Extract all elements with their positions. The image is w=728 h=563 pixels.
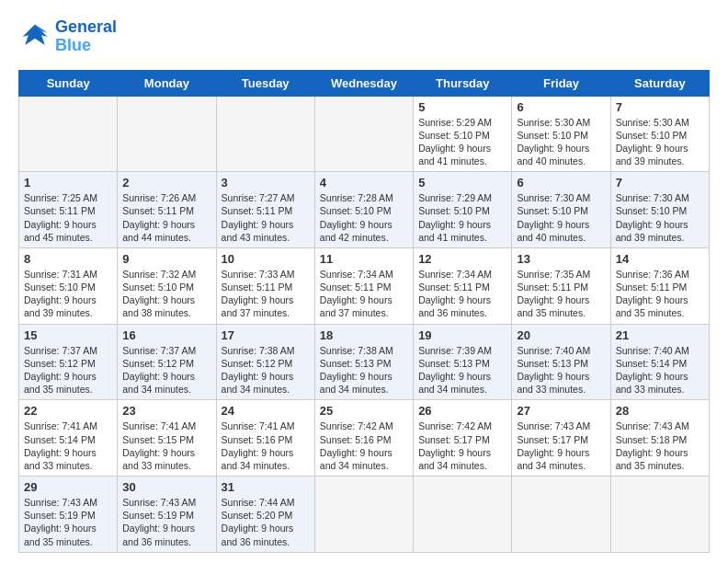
calendar-cell: 20 Sunrise: 7:40 AM Sunset: 5:13 PM Dayl… [512, 324, 610, 400]
day-info: Sunrise: 7:34 AM Sunset: 5:11 PM Dayligh… [320, 268, 408, 320]
day-number: 8 [24, 252, 112, 266]
day-of-week-header: Wednesday [314, 70, 413, 96]
day-number: 15 [24, 328, 112, 342]
calendar-cell [314, 96, 413, 172]
day-info: Sunrise: 7:26 AM Sunset: 5:11 PM Dayligh… [122, 191, 210, 244]
day-of-week-header: Sunday [19, 70, 118, 96]
day-of-week-header: Monday [118, 70, 216, 96]
day-number: 10 [222, 252, 310, 266]
calendar-cell: 21 Sunrise: 7:40 AM Sunset: 5:14 PM Dayl… [610, 324, 709, 400]
calendar-table: SundayMondayTuesdayWednesdayThursdayFrid… [18, 70, 710, 553]
calendar-cell: 17 Sunrise: 7:38 AM Sunset: 5:12 PM Dayl… [216, 324, 314, 400]
day-info: Sunrise: 7:25 AM Sunset: 5:11 PM Dayligh… [24, 191, 112, 244]
day-number: 24 [222, 404, 310, 418]
day-info: Sunrise: 7:35 AM Sunset: 5:11 PM Dayligh… [517, 268, 605, 320]
calendar-cell: 30 Sunrise: 7:43 AM Sunset: 5:19 PM Dayl… [118, 477, 216, 553]
day-number: 7 [616, 100, 704, 114]
calendar-cell: 11 Sunrise: 7:34 AM Sunset: 5:11 PM Dayl… [314, 247, 413, 324]
page-header: General Blue [18, 18, 710, 55]
calendar-cell: 22 Sunrise: 7:41 AM Sunset: 5:14 PM Dayl… [19, 400, 118, 477]
logo: General Blue [18, 18, 117, 55]
calendar-cell: 5 Sunrise: 7:29 AM Sunset: 5:10 PM Dayli… [414, 172, 512, 248]
day-info: Sunrise: 7:43 AM Sunset: 5:18 PM Dayligh… [616, 419, 704, 472]
day-number: 2 [122, 176, 210, 190]
calendar-cell: 2 Sunrise: 7:26 AM Sunset: 5:11 PM Dayli… [118, 172, 216, 248]
day-number: 6 [517, 176, 605, 190]
day-number: 5 [418, 100, 506, 114]
day-number: 1 [24, 176, 112, 190]
day-number: 20 [517, 328, 605, 342]
day-number: 30 [122, 480, 210, 494]
calendar-cell: 7 Sunrise: 5:30 AM Sunset: 5:10 PM Dayli… [610, 96, 709, 172]
calendar-cell [216, 96, 314, 172]
day-number: 23 [122, 404, 210, 418]
calendar-cell: 15 Sunrise: 7:37 AM Sunset: 5:12 PM Dayl… [19, 324, 118, 400]
calendar-cell: 13 Sunrise: 7:35 AM Sunset: 5:11 PM Dayl… [512, 247, 610, 324]
calendar-cell: 12 Sunrise: 7:34 AM Sunset: 5:11 PM Dayl… [414, 247, 512, 324]
calendar-cell [118, 96, 216, 172]
day-number: 17 [222, 328, 310, 342]
day-of-week-header: Tuesday [216, 70, 314, 96]
day-info: Sunrise: 7:36 AM Sunset: 5:11 PM Dayligh… [616, 268, 704, 320]
calendar-cell: 16 Sunrise: 7:37 AM Sunset: 5:12 PM Dayl… [118, 324, 216, 400]
calendar-cell: 29 Sunrise: 7:43 AM Sunset: 5:19 PM Dayl… [19, 477, 118, 553]
calendar-cell: 18 Sunrise: 7:38 AM Sunset: 5:13 PM Dayl… [314, 324, 413, 400]
calendar-cell: 25 Sunrise: 7:42 AM Sunset: 5:16 PM Dayl… [314, 400, 413, 477]
day-number: 7 [616, 176, 704, 190]
day-number: 25 [320, 404, 408, 418]
day-number: 12 [418, 252, 506, 266]
calendar-cell [314, 477, 413, 553]
day-info: Sunrise: 7:38 AM Sunset: 5:12 PM Dayligh… [222, 344, 310, 396]
calendar-cell: 1 Sunrise: 7:25 AM Sunset: 5:11 PM Dayli… [19, 172, 118, 248]
day-info: Sunrise: 7:29 AM Sunset: 5:10 PM Dayligh… [418, 191, 506, 244]
day-number: 31 [222, 480, 310, 494]
day-number: 14 [616, 252, 704, 266]
calendar-cell [610, 477, 709, 553]
calendar-cell: 3 Sunrise: 7:27 AM Sunset: 5:11 PM Dayli… [216, 172, 314, 248]
calendar-cell [512, 477, 610, 553]
svg-marker-0 [23, 24, 48, 45]
day-of-week-header: Thursday [414, 70, 512, 96]
calendar-cell: 19 Sunrise: 7:39 AM Sunset: 5:13 PM Dayl… [414, 324, 512, 400]
day-number: 18 [320, 328, 408, 342]
day-info: Sunrise: 7:42 AM Sunset: 5:16 PM Dayligh… [320, 419, 408, 472]
day-number: 3 [222, 176, 310, 190]
day-of-week-header: Friday [512, 70, 610, 96]
day-info: Sunrise: 5:30 AM Sunset: 5:10 PM Dayligh… [517, 116, 605, 168]
calendar-cell: 24 Sunrise: 7:41 AM Sunset: 5:16 PM Dayl… [216, 400, 314, 477]
calendar-cell: 14 Sunrise: 7:36 AM Sunset: 5:11 PM Dayl… [610, 247, 709, 324]
day-info: Sunrise: 7:32 AM Sunset: 5:10 PM Dayligh… [122, 268, 210, 320]
day-info: Sunrise: 7:40 AM Sunset: 5:14 PM Dayligh… [616, 344, 704, 396]
day-info: Sunrise: 7:40 AM Sunset: 5:13 PM Dayligh… [517, 344, 605, 396]
calendar-cell [414, 477, 512, 553]
day-number: 16 [122, 328, 210, 342]
calendar-cell: 31 Sunrise: 7:44 AM Sunset: 5:20 PM Dayl… [216, 477, 314, 553]
day-info: Sunrise: 7:43 AM Sunset: 5:19 PM Dayligh… [24, 496, 112, 548]
day-info: Sunrise: 7:33 AM Sunset: 5:11 PM Dayligh… [222, 268, 310, 320]
day-number: 6 [517, 100, 605, 114]
day-info: Sunrise: 5:29 AM Sunset: 5:10 PM Dayligh… [418, 116, 506, 168]
day-info: Sunrise: 7:39 AM Sunset: 5:13 PM Dayligh… [418, 344, 506, 396]
calendar-cell: 28 Sunrise: 7:43 AM Sunset: 5:18 PM Dayl… [610, 400, 709, 477]
day-info: Sunrise: 7:30 AM Sunset: 5:10 PM Dayligh… [517, 191, 605, 244]
day-info: Sunrise: 7:42 AM Sunset: 5:17 PM Dayligh… [418, 419, 506, 472]
day-number: 29 [24, 480, 112, 494]
calendar-cell: 5 Sunrise: 5:29 AM Sunset: 5:10 PM Dayli… [414, 96, 512, 172]
day-info: Sunrise: 5:30 AM Sunset: 5:10 PM Dayligh… [616, 116, 704, 168]
day-info: Sunrise: 7:30 AM Sunset: 5:10 PM Dayligh… [616, 191, 704, 244]
day-info: Sunrise: 7:44 AM Sunset: 5:20 PM Dayligh… [222, 496, 310, 548]
day-info: Sunrise: 7:37 AM Sunset: 5:12 PM Dayligh… [24, 344, 112, 396]
day-number: 5 [418, 176, 506, 190]
calendar-cell: 8 Sunrise: 7:31 AM Sunset: 5:10 PM Dayli… [19, 247, 118, 324]
logo-icon [18, 20, 51, 53]
day-number: 26 [418, 404, 506, 418]
calendar-cell: 10 Sunrise: 7:33 AM Sunset: 5:11 PM Dayl… [216, 247, 314, 324]
calendar-cell: 23 Sunrise: 7:41 AM Sunset: 5:15 PM Dayl… [118, 400, 216, 477]
day-info: Sunrise: 7:31 AM Sunset: 5:10 PM Dayligh… [24, 268, 112, 320]
day-info: Sunrise: 7:41 AM Sunset: 5:15 PM Dayligh… [122, 419, 210, 472]
day-info: Sunrise: 7:41 AM Sunset: 5:14 PM Dayligh… [24, 419, 112, 472]
calendar-cell: 6 Sunrise: 5:30 AM Sunset: 5:10 PM Dayli… [512, 96, 610, 172]
day-info: Sunrise: 7:34 AM Sunset: 5:11 PM Dayligh… [418, 268, 506, 320]
day-number: 27 [517, 404, 605, 418]
day-number: 9 [122, 252, 210, 266]
